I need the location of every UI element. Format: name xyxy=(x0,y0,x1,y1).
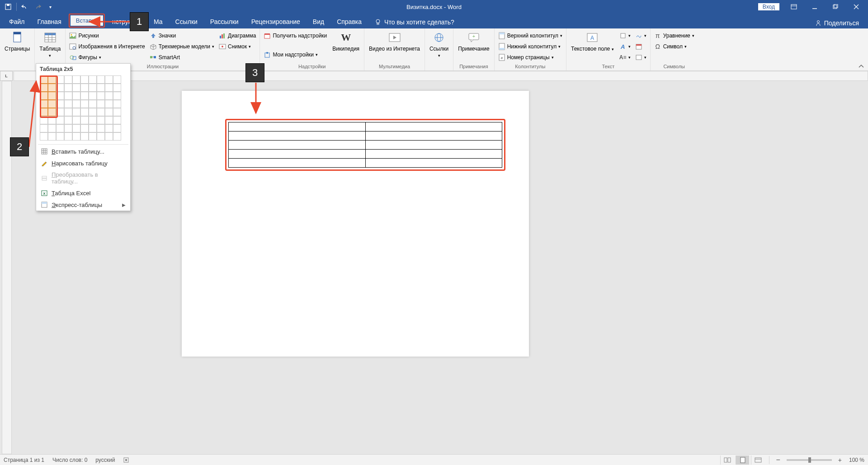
equation-icon: π xyxy=(654,32,661,39)
display-options-icon[interactable] xyxy=(784,0,804,14)
wordart-button[interactable]: A▾ xyxy=(618,41,632,52)
zoom-out-button[interactable]: − xyxy=(774,456,782,464)
pencil-icon xyxy=(41,160,48,167)
svg-rect-55 xyxy=(636,55,642,60)
tab-help[interactable]: Справка xyxy=(330,15,368,28)
svg-rect-10 xyxy=(377,23,379,24)
header-icon xyxy=(498,32,505,39)
icons-button[interactable]: Значки xyxy=(148,30,216,41)
svg-rect-1 xyxy=(7,4,9,6)
inserted-table[interactable] xyxy=(228,122,502,168)
save-icon[interactable] xyxy=(3,1,14,12)
tab-view[interactable]: Вид xyxy=(307,15,330,28)
tab-file[interactable]: Файл xyxy=(3,15,31,28)
qat-customize-icon[interactable]: ▾ xyxy=(45,1,56,12)
wikipedia-button[interactable]: W Википедия xyxy=(330,29,362,53)
page-number-button[interactable]: #Номер страницы ▾ xyxy=(496,52,564,63)
view-read-button[interactable] xyxy=(720,456,734,465)
status-language[interactable]: русский xyxy=(95,457,115,463)
get-addins-button[interactable]: Получить надстройки xyxy=(262,30,329,41)
tab-references[interactable]: Ссылки xyxy=(169,15,204,28)
redo-icon[interactable] xyxy=(32,1,43,12)
symbol-button[interactable]: ΩСимвол ▾ xyxy=(652,41,696,52)
footer-icon xyxy=(498,43,505,50)
tab-selector[interactable]: L xyxy=(0,71,13,81)
date-time-button[interactable] xyxy=(633,41,648,52)
wikipedia-icon: W xyxy=(339,30,353,45)
minimize-button[interactable] xyxy=(805,0,825,14)
svg-point-9 xyxy=(376,19,380,23)
collapse-ribbon-button[interactable] xyxy=(858,64,864,69)
vertical-ruler[interactable] xyxy=(2,81,12,454)
signature-button[interactable]: ▾ xyxy=(633,30,648,41)
wordart-icon: A xyxy=(619,43,627,50)
smartart-button[interactable]: SmartArt xyxy=(148,52,216,63)
status-word-count[interactable]: Число слов: 0 xyxy=(52,457,87,463)
object-button[interactable]: ▾ xyxy=(633,52,648,63)
svg-point-21 xyxy=(71,34,72,36)
inserted-table-highlight xyxy=(225,119,505,171)
picture-icon xyxy=(69,32,76,39)
pagenum-icon: # xyxy=(498,54,505,61)
zoom-slider[interactable] xyxy=(787,459,832,461)
zoom-level[interactable]: 100 % xyxy=(849,457,864,463)
date-icon xyxy=(635,43,642,50)
quickparts-icon xyxy=(619,32,627,39)
view-web-button[interactable] xyxy=(751,456,764,465)
pictures-button[interactable]: Рисунки xyxy=(67,30,146,41)
close-button[interactable] xyxy=(846,0,866,14)
video-icon xyxy=(387,30,402,45)
tab-review[interactable]: Рецензирование xyxy=(245,15,307,28)
document-viewport[interactable] xyxy=(12,81,868,454)
svg-rect-25 xyxy=(73,56,76,60)
login-button[interactable]: Вход xyxy=(758,3,779,10)
pages-button[interactable]: Страницы xyxy=(2,29,33,53)
quick-tables-menuitem[interactable]: Экспресс-таблицы▶ xyxy=(36,199,130,211)
comment-icon: + xyxy=(467,30,481,45)
macro-status-icon[interactable] xyxy=(123,457,129,463)
link-icon xyxy=(432,30,446,45)
svg-rect-29 xyxy=(220,36,221,38)
tab-home[interactable]: Главная xyxy=(31,15,67,28)
links-button[interactable]: Ссылки▾ xyxy=(427,29,451,60)
tab-layout[interactable]: Ма xyxy=(147,15,169,28)
my-addins-button[interactable]: Мои надстройки ▾ xyxy=(262,49,329,60)
insert-table-menuitem[interactable]: Вставить таблицу... xyxy=(36,146,130,157)
titlebar: ▾ Визитка.docx - Word Вход xyxy=(0,0,868,14)
quick-parts-button[interactable]: ▾ xyxy=(618,30,632,41)
table-button[interactable]: Таблица▾ xyxy=(37,29,63,60)
textbox-button[interactable]: A Текстовое поле ▾ xyxy=(568,29,617,53)
svg-rect-30 xyxy=(222,34,223,38)
equation-button[interactable]: πУравнение ▾ xyxy=(652,30,696,41)
store-icon xyxy=(264,32,271,39)
excel-table-menuitem[interactable]: XТаблица Excel xyxy=(36,187,130,199)
cube-icon xyxy=(150,43,157,50)
dropcap-button[interactable]: A≡▾ xyxy=(618,52,632,63)
tab-mailings[interactable]: Рассылки xyxy=(204,15,245,28)
textbox-icon: A xyxy=(585,30,599,45)
online-images-button[interactable]: Изображения в Интернете xyxy=(67,41,146,52)
svg-rect-45 xyxy=(499,33,505,34)
draw-table-menuitem[interactable]: Нарисовать таблицу xyxy=(36,157,130,169)
status-page[interactable]: Страница 1 из 1 xyxy=(4,457,44,463)
view-print-button[interactable] xyxy=(736,456,749,465)
header-button[interactable]: Верхний колонтитул ▾ xyxy=(496,30,564,41)
zoom-in-button[interactable]: + xyxy=(836,456,844,464)
tab-insert[interactable]: Вставка xyxy=(71,15,103,26)
footer-button[interactable]: Нижний колонтитул ▾ xyxy=(496,41,564,52)
share-button[interactable]: Поделиться xyxy=(811,18,863,28)
comment-button[interactable]: + Примечание xyxy=(455,29,492,53)
maximize-button[interactable] xyxy=(826,0,845,14)
table-size-grid[interactable] xyxy=(40,75,127,141)
online-video-button[interactable]: Видео из Интернета xyxy=(366,29,423,53)
undo-icon[interactable] xyxy=(19,1,30,12)
svg-point-37 xyxy=(266,52,268,54)
tell-me-search[interactable]: Что вы хотите сделать? xyxy=(368,16,461,28)
screenshot-button[interactable]: Снимок ▾ xyxy=(217,41,258,52)
3d-models-button[interactable]: Трехмерные модели ▾ xyxy=(148,41,216,52)
horizontal-ruler[interactable] xyxy=(14,71,868,81)
shapes-button[interactable]: Фигуры ▾ xyxy=(67,52,146,63)
convert-to-table-menuitem: Преобразовать в таблицу... xyxy=(36,169,130,187)
svg-rect-73 xyxy=(728,458,731,462)
chart-button[interactable]: Диаграмма xyxy=(217,30,258,41)
